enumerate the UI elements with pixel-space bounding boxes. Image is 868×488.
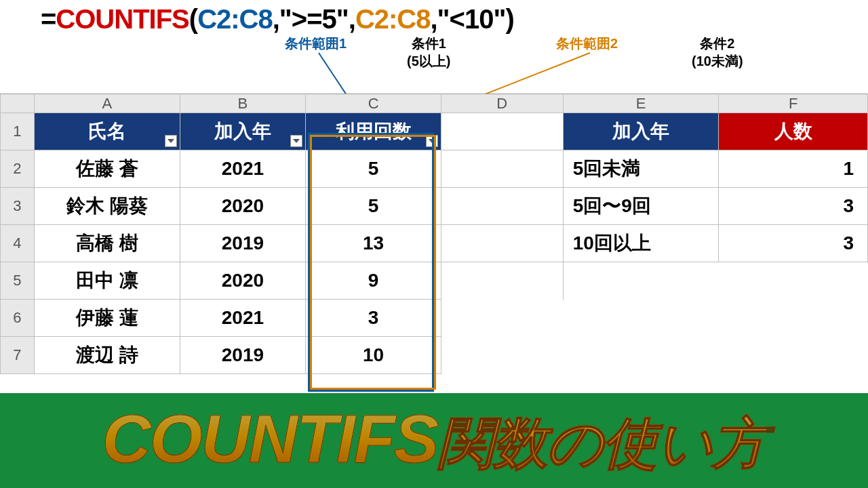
formula-equals: =	[41, 4, 56, 34]
formula-range2: C2:C8	[355, 4, 431, 34]
annotation-criteria1: 条件1 (5以上)	[407, 35, 450, 70]
filter-icon[interactable]	[426, 135, 438, 147]
corner-spacer	[1, 94, 35, 113]
cell[interactable]: 2021	[180, 300, 306, 337]
cell[interactable]	[719, 262, 868, 300]
cell[interactable]: 2019	[180, 225, 306, 262]
annotation-c1-line2: (5以上)	[407, 54, 450, 68]
row-header[interactable]: 6	[1, 300, 35, 337]
banner-text: COUNTIFS関数の使い方	[102, 400, 766, 481]
formula-comma: ,	[430, 4, 437, 34]
formula-annotations: 条件範囲1 条件1 (5以上) 条件範囲2 条件2 (10未満)	[0, 35, 868, 89]
annotation-c2-line2: (10未満)	[692, 54, 743, 68]
cell[interactable]: 渡辺 詩	[34, 337, 180, 374]
cell[interactable]	[441, 150, 563, 188]
formula-criteria1: ">=5"	[279, 4, 349, 34]
cell[interactable]	[719, 300, 868, 337]
column-header[interactable]: D	[441, 94, 563, 113]
cell[interactable]: 3	[719, 188, 868, 225]
cell[interactable]: 鈴木 陽葵	[34, 188, 180, 225]
formula-open-paren: (	[189, 4, 197, 34]
annotation-range2: 条件範囲2	[556, 35, 618, 52]
title-banner: COUNTIFS関数の使い方	[0, 393, 868, 488]
cell[interactable]	[563, 300, 719, 337]
cell[interactable]	[441, 113, 563, 150]
table-header-count[interactable]: 利用回数	[306, 113, 441, 150]
cell[interactable]: 高橋 樹	[34, 225, 180, 262]
cell[interactable]: 3	[719, 225, 868, 262]
cell[interactable]: 1	[719, 150, 868, 188]
summary-header-year[interactable]: 加入年	[563, 113, 719, 150]
summary-header-count[interactable]: 人数	[719, 113, 868, 150]
table-header-year[interactable]: 加入年	[180, 113, 306, 150]
cell[interactable]	[441, 337, 563, 374]
column-header[interactable]: E	[563, 94, 719, 113]
annotation-criteria2: 条件2 (10未満)	[692, 35, 743, 70]
formula-comma: ,	[349, 4, 355, 34]
cell[interactable]: 2020	[180, 188, 306, 225]
cell[interactable]: 5	[306, 150, 441, 188]
formula-comma: ,	[273, 4, 279, 34]
filter-icon[interactable]	[290, 135, 302, 147]
banner-suffix: 関数の使い方	[438, 412, 766, 474]
cell[interactable]	[441, 188, 563, 225]
cell[interactable]: 田中 凛	[34, 262, 180, 300]
row-header[interactable]: 1	[1, 113, 35, 150]
cell[interactable]: 佐藤 蒼	[34, 150, 180, 188]
cell[interactable]: 5	[306, 188, 441, 225]
row-header[interactable]: 4	[1, 225, 35, 262]
formula-function-name: COUNTIFS	[56, 4, 189, 34]
row-header[interactable]: 5	[1, 262, 35, 300]
formula-criteria2: "<10"	[437, 4, 506, 34]
column-header[interactable]: A	[34, 94, 180, 113]
annotation-c1-line1: 条件1	[412, 36, 446, 51]
row-header[interactable]: 2	[1, 150, 35, 188]
filter-icon[interactable]	[165, 135, 177, 147]
cell[interactable]	[563, 262, 719, 300]
cell[interactable]: 2021	[180, 150, 306, 188]
cell[interactable]: 伊藤 蓮	[34, 300, 180, 337]
cell[interactable]: 2020	[180, 262, 306, 300]
spreadsheet: A B C D E F 1 氏名 加入年 利用回数 加入年 人数 2 佐藤 蒼 …	[0, 94, 868, 374]
cell[interactable]: 9	[306, 262, 441, 300]
column-header[interactable]: B	[180, 94, 306, 113]
column-header[interactable]: C	[306, 94, 441, 113]
cell[interactable]: 2019	[180, 337, 306, 374]
table-header-name[interactable]: 氏名	[34, 113, 180, 150]
banner-function-name: COUNTIFS	[102, 401, 437, 476]
cell[interactable]: 3	[306, 300, 441, 337]
formula-close-paren: )	[505, 4, 513, 34]
row-header[interactable]: 7	[1, 337, 35, 374]
annotation-range1: 条件範囲1	[285, 35, 347, 52]
cell[interactable]	[563, 337, 719, 374]
cell[interactable]: 13	[306, 225, 441, 262]
cell[interactable]: 5回〜9回	[563, 188, 719, 225]
cell[interactable]: 10	[306, 337, 441, 374]
cell[interactable]: 10回以上	[563, 225, 719, 262]
cell[interactable]	[441, 262, 563, 300]
column-header[interactable]: F	[719, 94, 868, 113]
cell[interactable]	[719, 337, 868, 374]
cell[interactable]: 5回未満	[563, 150, 719, 188]
row-header[interactable]: 3	[1, 188, 35, 225]
cell[interactable]	[441, 300, 563, 337]
formula-bar: =COUNTIFS(C2:C8,">=5",C2:C8,"<10")	[0, 0, 868, 35]
annotation-c2-line1: 条件2	[700, 36, 734, 51]
cell[interactable]	[441, 225, 563, 262]
formula-range1: C2:C8	[197, 4, 273, 34]
